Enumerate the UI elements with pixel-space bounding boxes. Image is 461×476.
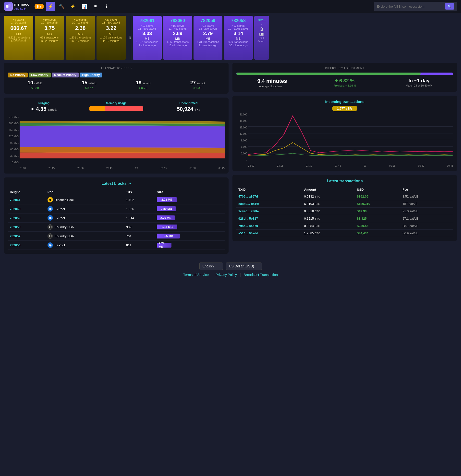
nav-dashboard[interactable]: ⚡ [46, 2, 55, 11]
confirmed-block-5[interactable]: 782... ~ 3 MB 764 34 m... [254, 16, 269, 60]
latest-transactions-tbody: 4705... a367d 0.0132 BTC $362.06 8.52 sa… [236, 193, 453, 237]
search-button[interactable]: 🔍 [445, 3, 454, 10]
block4-size: 3.22 [99, 25, 123, 31]
block-row: ~9 sat/vB 1 - 10 sat/vB 606.67 MB 48,525… [0, 13, 461, 63]
block-height-link[interactable]: 782059 [10, 216, 20, 220]
txid-link[interactable]: 1c4a6... a86fe [238, 209, 259, 213]
confirmed-block-2[interactable]: 782060 ~15 sat/vB 11 - 469 sat/vB 2.89 M… [163, 16, 192, 60]
mempool-chart-y-labels: 210 MvB 180 MvB 150 MvB 120 MvB 90 MvB 6… [8, 116, 20, 164]
size-cell: 3.03 MB [155, 195, 225, 204]
cb3-size: 2.79 [196, 31, 219, 36]
memory-bar-fill [89, 106, 105, 111]
cb5-size: 3 [257, 26, 266, 32]
pool-icon: ◆ [48, 197, 53, 202]
nav-tools[interactable]: 🔨 [57, 2, 66, 11]
block-height-link[interactable]: 782061 [10, 198, 20, 202]
block3-eta: In ~19 minutes [69, 39, 92, 42]
block-height-link[interactable]: 782058 [10, 225, 20, 229]
txid-link[interactable]: a514... 64edd [238, 231, 258, 235]
tx-header-row: TXID Amount USD Fee [236, 186, 453, 193]
privacy-link[interactable]: Privacy Policy [216, 273, 237, 277]
incoming-chart-y: 21,000 18,000 15,000 12,000 9,000 6,000 … [236, 113, 248, 161]
mempool-chart-canvas [20, 116, 225, 164]
mempool-block-3[interactable]: ~10 sat/vB 10 - 11 sat/vB 2.38 MB 1,231 … [66, 16, 95, 60]
stat-purging: Purging < 4.35 sat/vB [8, 101, 80, 112]
mempool-block-4[interactable]: ~27 sat/vB 11 - 500 sat/vB 3.22 MB 1,100… [97, 16, 126, 60]
txid-cell: 928d... 5e317 [236, 215, 302, 222]
pool-name: F2Pool [55, 216, 65, 220]
fee-high-sat: 27 [190, 80, 196, 85]
mempool-block-1[interactable]: ~9 sat/vB 1 - 10 sat/vB 606.67 MB 48,525… [4, 16, 33, 60]
pool-icon: ◉ [48, 242, 53, 248]
block1-sat-range: 1 - 10 sat/vB [7, 21, 30, 24]
table-row: 782057 ⬡ Foundry USA 764 3.5 MB [8, 232, 225, 241]
latest-blocks-tbody: 782061 ◆ Binance Pool 1,102 3.03 MB 7820… [8, 195, 225, 250]
pool-cell: ◆ Binance Pool [46, 195, 124, 204]
txid-cell: 1c4a6... a86fe [236, 208, 302, 215]
block-height-link[interactable]: 782060 [10, 207, 20, 211]
cb1-time: 7 minutes ago [136, 44, 159, 47]
diff-prev: Previous: + 1.16 % [311, 84, 379, 87]
th-pool: Pool [46, 189, 124, 195]
fee-medium-unit: sat/vB [142, 82, 150, 85]
cb2-unit: MB [166, 37, 189, 40]
block-height-link[interactable]: 782057 [10, 234, 20, 238]
tx-fee: 157 sat/vB [402, 202, 417, 206]
block-height-link[interactable]: 782056 [10, 243, 20, 247]
logo: mempool .space [4, 2, 31, 11]
amount-cell: 0.0018 BTC [302, 208, 355, 215]
pool-cell: ◉ F2Pool [46, 204, 124, 213]
nav-lightning[interactable]: ⚡ [68, 2, 78, 11]
language-select[interactable]: English Spanish French German Chinese [199, 263, 223, 270]
mempool-chart: 210 MvB 180 MvB 150 MvB 120 MvB 90 MvB 6… [8, 116, 225, 170]
pool-icon: ◉ [48, 215, 53, 221]
cb3-sat-range: 12 - 270 sat/vB [196, 27, 219, 30]
nav-info[interactable]: ℹ [102, 2, 111, 11]
nav-charts[interactable]: 📊 [80, 2, 89, 11]
blocks-divider: ⇅ [130, 16, 130, 60]
cb5-sat-top: ~ [257, 23, 266, 26]
latest-transactions-thead: TXID Amount USD Fee [236, 186, 453, 193]
txid-link[interactable]: ec8d3... da16f [238, 202, 259, 206]
txid-link[interactable]: 928d... 5e317 [238, 217, 258, 220]
cb2-size: 2.89 [166, 31, 189, 36]
fee-medium-usd: $0.73 [116, 86, 170, 90]
terms-link[interactable]: Terms of Service [183, 273, 209, 277]
block2-eta: In ~28 minutes [38, 39, 61, 42]
usd-cell: $3,325 [355, 215, 400, 222]
confirmed-block-1[interactable]: 782061 ~12 sat/vB 11 - 501 sat/vB 3.03 M… [133, 16, 162, 60]
table-row: 782059 ◉ F2Pool 1,314 2.79 MB [8, 213, 225, 223]
cb3-txs: 1,314 transactions [196, 40, 219, 43]
search-input[interactable] [377, 5, 443, 8]
tx-unit: BTC [315, 217, 320, 220]
cb1-sat-range: 11 - 501 sat/vB [136, 27, 159, 30]
fee-no-priority: 10 sat/vB $0.38 [8, 80, 62, 90]
btc-selector[interactable]: ₿ ▾ [35, 4, 44, 9]
txid-link[interactable]: 794c... 84d70 [238, 224, 258, 228]
latest-blocks-link[interactable]: ↗ [128, 182, 131, 186]
purging-val: < 4.35 sat/vB [8, 106, 80, 112]
block3-sat-top: ~10 sat/vB [69, 18, 92, 21]
txid-link[interactable]: 4705... a367d [238, 195, 258, 198]
cb2-sat-top: ~15 sat/vB [166, 24, 189, 27]
fee-cell: 36.9 sat/vB [400, 230, 453, 237]
broadcast-link[interactable]: Broadcast Transaction [244, 273, 278, 277]
table-row: 782061 ◆ Binance Pool 1,102 3.03 MB [8, 195, 225, 204]
pool-cell: ⬡ Foundry USA [46, 223, 124, 232]
currency-select[interactable]: US Dollar (USD) EUR GBP BTC [226, 263, 262, 270]
latest-blocks-title: Latest blocks ↗ [8, 181, 225, 186]
table-header-row: Height Pool TXs Size [8, 189, 225, 195]
table-row: 782056 ◉ F2Pool 811 2.27 MB [8, 241, 225, 250]
tx-amount: 6.9193 [304, 202, 314, 206]
nav-docs[interactable]: ≡ [91, 2, 100, 11]
tx-fee: 28.1 sat/vB [402, 224, 418, 228]
fee-low-usd: $0.57 [62, 86, 116, 90]
incoming-header: Incoming transactions [236, 100, 453, 104]
mempool-block-2[interactable]: ~10 sat/vB 10 - 10 sat/vB 3.75 MB 62 tra… [35, 16, 64, 60]
unconfirmed-val: 50,924 TXs [152, 106, 225, 112]
confirmed-block-4[interactable]: 782058 ~12 sat/vB 10 - 1,006 sat/vB 3.14… [224, 16, 253, 60]
diff-bar-fill [236, 73, 421, 75]
confirmed-block-3[interactable]: 782059 ~15 sat/vB 12 - 270 sat/vB 2.79 M… [194, 16, 222, 60]
amount-cell: 0.0084 BTC [302, 222, 355, 230]
tx-amount: 0.0132 [304, 195, 314, 198]
